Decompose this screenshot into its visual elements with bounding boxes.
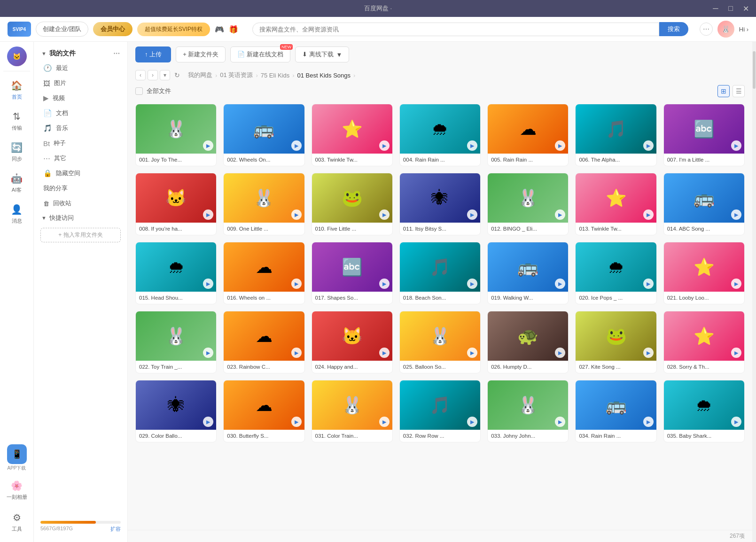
file-thumb-icon: 🐸 <box>606 326 627 346</box>
file-item-012[interactable]: 🐰 ▶ 012. BINGO _ Eli... <box>487 173 569 235</box>
list-view-button[interactable]: ☰ <box>733 85 745 97</box>
file-item-013[interactable]: ⭐ ▶ 013. Twinkle Tw... <box>575 173 656 235</box>
sidebar-item-ai[interactable]: 🤖 AI客 <box>0 167 33 198</box>
file-item-004[interactable]: 🌧 ▶ 004. Rain Rain ... <box>399 104 481 166</box>
my-files-section[interactable]: ▼ 我的文件 ⋯ <box>34 46 127 61</box>
file-item-028[interactable]: ⭐ ▶ 028. Sorry & Th... <box>663 311 745 373</box>
breadcrumb-path2[interactable]: 75 Eli Kids <box>261 72 289 79</box>
file-item-024[interactable]: 🐱 ▶ 024. Happy and... <box>312 311 393 373</box>
file-item-027[interactable]: 🐸 ▶ 027. Kite Song ... <box>575 311 656 373</box>
file-item-001[interactable]: 🐰 ▶ 001. Joy To The... <box>135 104 217 166</box>
music-label: 音乐 <box>56 124 68 132</box>
upload-button[interactable]: ↑ 上传 <box>135 46 171 62</box>
sidebar-item-music[interactable]: 🎵 音乐 <box>34 121 127 136</box>
my-files-more-button[interactable]: ⋯ <box>113 50 120 57</box>
play-overlay: ▶ <box>203 140 213 151</box>
sidebar-item-other[interactable]: ⋯ 其它 <box>34 151 127 166</box>
file-item-026[interactable]: 🐢 ▶ 026. Humpty D... <box>487 311 569 373</box>
file-item-022[interactable]: 🐰 ▶ 022. Toy Train _... <box>135 311 217 373</box>
breadcrumb-myfiles[interactable]: 我的网盘 <box>188 71 212 79</box>
file-item-010[interactable]: 🐸 ▶ 010. Five Little ... <box>312 173 393 235</box>
breadcrumb-dropdown-button[interactable]: ▾ <box>160 70 170 80</box>
user-hi-label[interactable]: Hi › <box>739 26 748 33</box>
file-item-020[interactable]: 🌧 ▶ 020. Ice Pops _ ... <box>575 242 656 304</box>
sidebar-avatar[interactable]: 🐱 <box>7 46 27 66</box>
header-more-button[interactable]: ⋯ <box>700 23 713 36</box>
sidebar-item-myshare[interactable]: 我的分享 <box>34 181 127 196</box>
gift-icon[interactable]: 🎁 <box>229 25 238 34</box>
sidebar-item-message[interactable]: 👤 消息 <box>0 198 33 229</box>
breadcrumb-back-button[interactable]: ‹ <box>135 70 146 80</box>
sidebar-item-recent[interactable]: 🕐 最近 <box>34 61 127 76</box>
sidebar-item-photos[interactable]: 🖼 图片 <box>34 76 127 91</box>
sidebar-item-photobook[interactable]: 🌸 一刻相册 <box>7 474 27 505</box>
file-item-029[interactable]: 🕷 ▶ 029. Color Ballo... <box>135 380 217 442</box>
file-item-035[interactable]: 🌧 ▶ 035. Baby Shark... <box>663 380 745 442</box>
file-item-009[interactable]: 🐰 ▶ 009. One Little ... <box>223 173 304 235</box>
file-item-011[interactable]: 🕷 ▶ 011. Itsy Bitsy S... <box>399 173 481 235</box>
scrollbar-thumb[interactable] <box>753 51 756 89</box>
scrollbar[interactable] <box>752 42 756 542</box>
file-item-023[interactable]: ☁ ▶ 023. Rainbow C... <box>223 311 304 373</box>
sidebar-item-tools[interactable]: ⚙ 工具 <box>7 506 27 537</box>
file-item-019[interactable]: 🚌 ▶ 019. Walking W... <box>487 242 569 304</box>
create-company-button[interactable]: 创建企业/团队 <box>36 22 88 37</box>
file-item-018[interactable]: 🎵 ▶ 018. Beach Son... <box>399 242 481 304</box>
file-item-016[interactable]: ☁ ▶ 016. Wheels on ... <box>223 242 304 304</box>
sidebar-item-docs[interactable]: 📄 文档 <box>34 106 127 121</box>
grid-view-button[interactable]: ⊞ <box>717 85 730 97</box>
new-folder-button[interactable]: + 新建文件夹 <box>176 46 226 62</box>
minimize-button[interactable]: ─ <box>711 4 720 13</box>
new-doc-button[interactable]: 📄 新建在线文档 NEW <box>230 46 290 62</box>
file-label: 008. If you're ha... <box>136 223 216 235</box>
file-item-025[interactable]: 🐰 ▶ 025. Balloon So... <box>399 311 481 373</box>
close-button[interactable]: ✕ <box>741 4 750 13</box>
maximize-button[interactable]: □ <box>726 4 735 13</box>
offline-download-button[interactable]: ⬇ 离线下载 ▼ <box>295 46 350 62</box>
file-item-015[interactable]: 🌧 ▶ 015. Head Shou... <box>135 242 217 304</box>
file-item-017[interactable]: 🔤 ▶ 017. Shapes So... <box>312 242 393 304</box>
breadcrumb-current: 01 Best Kids Songs <box>297 72 351 79</box>
file-item-008[interactable]: 🐱 ▶ 008. If you're ha... <box>135 173 217 235</box>
file-item-006[interactable]: 🎵 ▶ 006. The Alpha... <box>575 104 656 166</box>
sidebar-item-transfer[interactable]: ⇅ 传输 <box>0 105 33 136</box>
file-item-034[interactable]: 🚌 ▶ 034. Rain Rain ... <box>575 380 656 442</box>
file-item-032[interactable]: 🎵 ▶ 032. Row Row ... <box>399 380 481 442</box>
all-files-label: 全部文件 <box>147 87 171 95</box>
breadcrumb-path1[interactable]: 01 英语资源 <box>220 71 253 79</box>
file-thumb: ⭐ ▶ <box>312 104 392 154</box>
file-item-031[interactable]: 🐰 ▶ 031. Color Train... <box>312 380 393 442</box>
file-item-003[interactable]: ⭐ ▶ 003. Twinkle Tw... <box>312 104 393 166</box>
sidebar-item-videos[interactable]: ▶ 视频 <box>34 91 127 106</box>
vip-center-button[interactable]: 会员中心 <box>93 22 132 36</box>
file-item-007[interactable]: 🔤 ▶ 007. I'm a Little ... <box>663 104 745 166</box>
file-item-033[interactable]: 🐰 ▶ 033. Johny John... <box>487 380 569 442</box>
select-all-checkbox[interactable] <box>135 87 143 95</box>
my-share-label: 我的分享 <box>43 184 68 193</box>
breadcrumb-forward-button[interactable]: › <box>148 70 158 80</box>
file-thumb: 🐰 ▶ <box>136 311 216 361</box>
sidebar-item-hidden[interactable]: 🔒 隐藏空间 <box>34 166 127 181</box>
quick-access-section[interactable]: ▼ 快捷访问 <box>34 211 127 225</box>
file-item-030[interactable]: ☁ ▶ 030. Butterfly S... <box>223 380 304 442</box>
search-button[interactable]: 搜索 <box>659 22 688 36</box>
expand-storage-button[interactable]: 扩容 <box>110 526 121 533</box>
file-item-005[interactable]: ☁ ▶ 005. Rain Rain ... <box>487 104 569 166</box>
search-input[interactable] <box>252 23 659 36</box>
file-item-021[interactable]: ⭐ ▶ 021. Looby Loo... <box>663 242 745 304</box>
sidebar-item-home[interactable]: 🏠 首页 <box>0 74 33 105</box>
breadcrumb-refresh-button[interactable]: ↻ <box>172 70 182 80</box>
file-item-014[interactable]: 🚌 ▶ 014. ABC Song ... <box>663 173 745 235</box>
file-item-002[interactable]: 🚌 ▶ 002. Wheels On... <box>223 104 304 166</box>
sidebar-item-seeds[interactable]: Bt 种子 <box>34 136 127 151</box>
svip-button[interactable]: 超值续费延长SVIP特权 <box>137 23 210 36</box>
file-thumb: 🌧 ▶ <box>576 242 656 292</box>
file-thumb-icon: 🌧 <box>608 257 624 277</box>
game-icon[interactable]: 🎮 <box>215 25 224 34</box>
sidebar-item-recycle[interactable]: 🗑 回收站 <box>34 196 127 211</box>
pin-folder-button[interactable]: + 拖入常用文件夹 <box>40 228 121 242</box>
avatar[interactable]: 🐰 <box>717 21 734 38</box>
file-grid-container[interactable]: 🐰 ▶ 001. Joy To The... 🚌 ▶ 002. Wheels O… <box>128 99 752 530</box>
sidebar-item-sync[interactable]: 🔄 同步 <box>0 136 33 167</box>
app-download-button[interactable]: 📱 <box>7 444 27 464</box>
